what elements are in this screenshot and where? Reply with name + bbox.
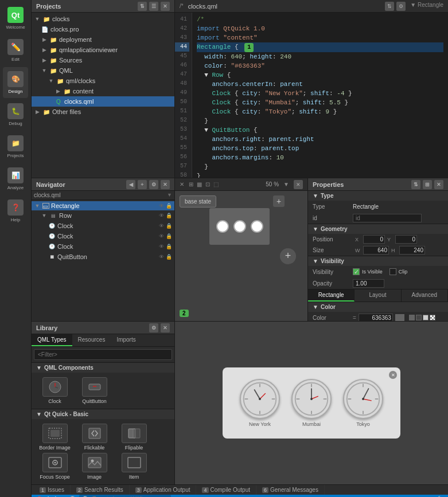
tree-item-qmlapplicationviewer[interactable]: 📁 qmlapplicationviewer [32,45,174,55]
width-input[interactable] [363,246,389,255]
lib-borderimage-item[interactable]: Border Image [36,424,73,451]
color-input[interactable] [359,314,393,322]
bottom-tab-appoutput[interactable]: 3 Application Output [130,485,197,495]
tree-item-content[interactable]: 📁 content [32,86,174,96]
locate-search-input[interactable] [79,495,171,497]
bottom-tab-compileoutput[interactable]: 4 Compile Output [196,485,256,495]
editor-settings-icon[interactable]: ⚙ [396,2,406,11]
canvas-area[interactable]: base state + + [175,191,307,321]
geometry-header[interactable]: ▼ Geometry [308,224,448,234]
vis-icon-clock2[interactable]: 👁 [159,233,164,239]
sidebar-debug[interactable]: 🐛 Debug [3,99,28,130]
projects-title: Projects [36,3,61,10]
props-close-icon[interactable]: ✕ [434,180,443,189]
state-box[interactable]: base state [180,195,216,208]
lock-icon-clock1[interactable]: 🔒 [166,223,172,229]
tree-item-clocksqml[interactable]: Q clocks.qml [32,96,174,107]
nav-add[interactable]: + [138,180,147,189]
type-section-header[interactable]: ▼ Type [308,191,448,201]
vis-icon-row[interactable]: 👁 [159,213,164,218]
lib-quitbutton-item[interactable]: QuitButton [76,377,113,404]
position-y-input[interactable] [395,235,417,244]
lock-icon-row[interactable]: 🔒 [166,213,172,218]
lock-icon-clock3[interactable]: 🔒 [166,244,172,249]
canvas-close[interactable]: ✕ [294,180,303,189]
tab-rectangle[interactable]: Rectangle [308,289,354,302]
nav-item-clock2[interactable]: 🕐 Clock 👁 🔒 [32,231,174,241]
type-value: Rectangle [353,204,443,210]
vis-icon-clock3[interactable]: 👁 [159,244,164,249]
tab-advanced[interactable]: Advanced [402,289,448,302]
lib-tab-resources[interactable]: Resources [72,334,111,346]
nav-item-row[interactable]: ▤ Row 👁 🔒 [32,210,174,221]
sidebar-welcome[interactable]: Qt Welcome [3,3,28,34]
lib-clock-item[interactable]: Clock [36,377,73,404]
tree-item-qml[interactable]: 📁 QML [32,65,174,76]
lock-icon-rect[interactable]: 🔒 [166,203,172,209]
opacity-input[interactable] [353,279,384,288]
close-projects[interactable]: ✕ [161,2,170,11]
visibility-header[interactable]: ▼ Visibility [308,256,448,266]
code-lines[interactable]: /* import QtQuick 1.0 import "content" R… [192,13,448,178]
bottom-tab-issues[interactable]: 1 Issues [34,485,71,495]
clip-checkbox[interactable] [389,268,396,275]
nav-item-clock1[interactable]: 🕐 Clock 👁 🔒 [32,221,174,231]
lib-filter-input[interactable] [34,349,172,360]
tree-item-deployment[interactable]: 📁 deployment [32,34,174,45]
height-input[interactable] [399,246,425,255]
vis-icon-rect[interactable]: 👁 [159,203,164,209]
color-header[interactable]: ▼ Color [308,302,448,312]
editor-content[interactable]: 41 42 43 44 45 46 47 48 49 50 51 52 [175,13,448,178]
lib-item-item[interactable]: Item [115,453,153,480]
tree-item-qmlclocks[interactable]: 📁 qml/clocks [32,76,174,86]
lib-image-item[interactable]: Image [76,453,113,480]
bottom-tab-searchresults[interactable]: 2 Search Results [71,485,130,495]
sidebar-projects[interactable]: 📁 Projects [3,131,28,162]
tree-item-clocks[interactable]: 📁 clocks [32,14,174,24]
add-component-btn[interactable]: + [280,248,296,264]
filter-icon[interactable]: ☰ [149,2,158,11]
vis-icon-quit[interactable]: 👁 [159,254,164,260]
nav-item-clock3[interactable]: 🕐 Clock 👁 🔒 [32,241,174,252]
nav-prev[interactable]: ◀ [126,180,135,189]
lib-basic-header[interactable]: ▼ Qt Quick - Basic [32,409,174,419]
nav-close[interactable]: ✕ [161,180,170,189]
sidebar-help[interactable]: ❓ Help [3,195,28,226]
preview-close-btn[interactable]: ✕ [389,371,397,379]
tree-item-sources[interactable]: 📁 Sources [32,55,174,65]
lib-tab-qmltypes[interactable]: QML Types [32,334,72,346]
bottom-tab-generalmessages[interactable]: 6 General Messages [256,485,325,495]
tree-item-otherfiles[interactable]: 📁 Other files [32,107,174,117]
lib-tab-imports[interactable]: Imports [111,334,141,346]
color-swatch-main[interactable] [395,314,404,321]
lock-icon-quit[interactable]: 🔒 [166,254,172,260]
lib-settings-icon[interactable]: ⚙ [149,323,158,332]
lib-close-icon[interactable]: ✕ [161,323,170,332]
props-expand-icon[interactable]: ⊞ [423,180,432,189]
props-sync-icon[interactable]: ⇅ [411,180,420,189]
nav-settings[interactable]: ⚙ [149,180,158,189]
lib-flickable-item[interactable]: Flickable [76,424,113,451]
swatch-2[interactable] [416,315,422,320]
nav-item-quitbutton[interactable]: ⏹ QuitButton 👁 🔒 [32,252,174,262]
swatch-1[interactable] [409,315,415,320]
lock-icon-clock2[interactable]: 🔒 [166,233,172,239]
add-state-btn[interactable]: + [273,195,285,207]
tree-item-clockspro[interactable]: 📄 clocks.pro [32,24,174,34]
swatch-3[interactable] [423,315,428,320]
swatch-transparent[interactable] [430,315,435,320]
sidebar-edit[interactable]: ✏️ Edit [3,35,28,66]
lib-focusscope-item[interactable]: Focus Scope [36,453,73,480]
sidebar-analyze[interactable]: 📊 Analyze [3,163,28,194]
sync-icon[interactable]: ⇅ [138,2,147,11]
position-x-input[interactable] [363,235,385,244]
editor-sync-icon[interactable]: ⇅ [385,2,394,11]
lib-qml-components-header[interactable]: ▼ QML Components [32,362,174,373]
sidebar-design[interactable]: 🎨 Design [3,67,28,98]
tab-layout[interactable]: Layout [354,289,401,302]
lib-flipable-item[interactable]: Flipable [115,424,153,451]
is-visible-checkbox[interactable]: ✓ [353,268,360,275]
id-input[interactable] [353,214,422,222]
nav-item-rectangle[interactable]: ▭ Rectangle 👁 🔒 [32,201,174,210]
vis-icon-clock1[interactable]: 👁 [159,223,164,229]
